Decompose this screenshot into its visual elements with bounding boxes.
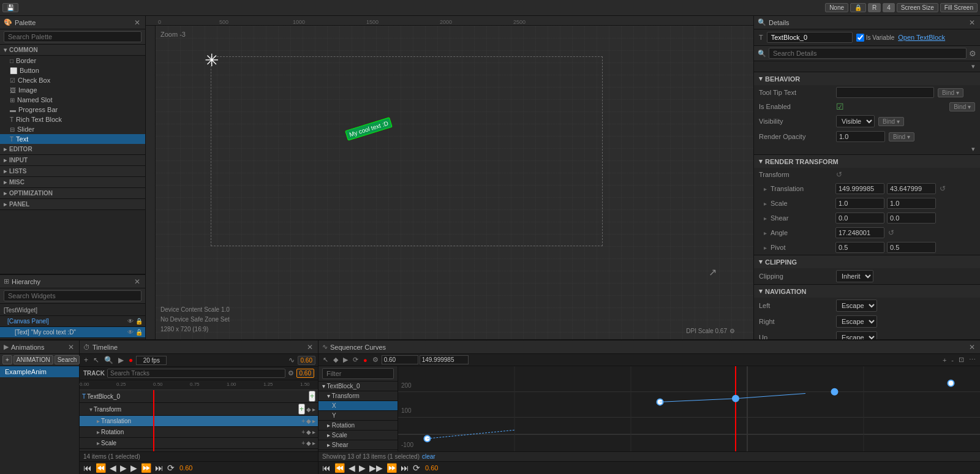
resize-handle[interactable]: ↗ [709,266,717,278]
scale-y-input[interactable] [887,198,936,209]
track-transform[interactable]: ▾ Transform + ◆ ▸ [80,403,318,416]
track-add-key-btn[interactable]: + [309,391,315,402]
anim-tab-btn[interactable]: ANIMATION [13,355,53,364]
open-textblock-link[interactable]: Open TextBlock [898,34,945,41]
seq-record-btn[interactable]: ● [361,356,369,364]
tracks-search-input[interactable] [107,369,285,378]
section-common[interactable]: ▾ COMMON [0,45,145,56]
section-input[interactable]: ▸ INPUT [0,155,145,166]
hierarchy-text-item[interactable]: [Text] "My cool text :D" 👁 🔒 [0,327,145,338]
track-scale-add-btn[interactable]: + [301,440,305,446]
animations-close-btn[interactable]: ✕ [67,343,75,352]
seq-track-x[interactable]: X [318,401,398,411]
seq-track-scale[interactable]: ▸ Scale [318,431,398,440]
track-shear[interactable]: ▸ Shear + ◆ ▸ [80,449,318,451]
seq-track-transform[interactable]: ▾ Transform [318,391,398,401]
tl-next-key-btn[interactable]: ⏩ [140,463,153,473]
track-transform-add-btn[interactable]: + [298,404,305,415]
seq-frame-all-btn[interactable]: ⊡ [957,355,966,364]
seq-zoom-out-btn[interactable]: - [949,356,956,364]
seq-track-rotation[interactable]: ▸ Rotation [318,421,398,431]
hierarchy-root[interactable]: [TestWidget] [0,305,145,316]
track-scale-nav-btn[interactable]: ▸ [312,440,315,446]
section-editor[interactable]: ▸ EDITOR [0,144,145,155]
track-translation[interactable]: ▸ Translation + ◆ ▸ [80,416,318,427]
palette-item-text[interactable]: T Text [0,134,145,144]
widget-name-input[interactable] [767,32,853,43]
tl-add-btn[interactable]: + [82,355,90,365]
seq-close-btn[interactable]: ✕ [968,343,976,352]
seq-track-textblock[interactable]: ▾ TextBlock_0 [318,382,398,391]
seq-value-input[interactable] [420,355,469,364]
seq-settings-btn[interactable]: ⚙ [371,355,380,364]
seq-time-input[interactable] [382,355,418,364]
section-misc[interactable]: ▸ MISC [0,177,145,188]
tl-end-btn[interactable]: ⏭ [154,463,165,473]
palette-item-rich-text-block[interactable]: T Rich Text Block [0,115,145,124]
seq-cursor-btn[interactable]: ↖ [321,355,330,364]
shear-y-input[interactable] [887,213,936,224]
track-transform-nav-btn[interactable]: ▸ [312,406,315,413]
scale-x-input[interactable] [835,198,884,209]
track-transform-key-btn[interactable]: ◆ [306,406,311,413]
seq-track-shear[interactable]: ▸ Shear [318,440,398,450]
navigation-section-header[interactable]: ▾ NAVIGATION [754,285,980,298]
clipping-select[interactable]: Inherit [836,270,873,282]
seq-play-btn[interactable]: ▶ [341,355,350,364]
seq-prev-frame-btn[interactable]: ◀ [347,463,356,473]
r-btn[interactable]: R [868,3,881,12]
track-shear-add-btn[interactable]: + [301,451,305,451]
tracks-filter-btn[interactable]: ⚙ [288,369,294,377]
track-textblock[interactable]: T TextBlock_0 + [80,390,318,403]
visibility-select[interactable]: Visible [836,115,875,127]
track-translation-key-btn[interactable]: ◆ [306,418,311,424]
nav-right-select[interactable]: Escape [836,315,877,328]
seq-loop-playback-btn[interactable]: ⟳ [412,463,421,473]
tl-prev-frame-btn[interactable]: ◀ [108,463,118,473]
seq-track-y[interactable]: Y [318,411,398,421]
shear-x-input[interactable] [835,213,884,224]
tooltip-bind-btn[interactable]: Bind ▾ [938,88,963,97]
details-close-btn[interactable]: ✕ [968,18,976,27]
track-rotation-key-btn[interactable]: ◆ [306,429,311,435]
palette-item-named-slot[interactable]: ⊞ Named Slot [0,95,145,105]
seq-filter-input[interactable] [322,368,394,379]
seq-play-pause-btn[interactable]: ▶ [358,463,367,473]
tl-curve-btn[interactable]: ∿ [287,355,296,365]
section-optimization[interactable]: ▸ OPTIMIZATION [0,188,145,199]
track-rotation-nav-btn[interactable]: ▸ [312,429,315,435]
palette-search-input[interactable] [4,31,141,42]
angle-reset-btn[interactable]: ↺ [888,228,894,237]
track-shear-nav-btn[interactable]: ▸ [312,451,315,451]
tl-next-frame-btn[interactable]: ▶ [129,463,138,473]
palette-item-checkbox[interactable]: ☑ Check Box [0,75,145,85]
seq-key-btn[interactable]: ◆ [331,355,340,364]
anim-add-btn[interactable]: + [2,355,12,364]
transform-reset-btn[interactable]: ↺ [836,170,842,179]
track-shear-key-btn[interactable]: ◆ [306,451,311,451]
behavior-section-header[interactable]: ▾ BEHAVIOR [754,72,980,85]
tl-loop-btn[interactable]: ⟳ [166,463,176,473]
tl-prev-key-btn[interactable]: ⏪ [94,463,107,473]
nav-up-select[interactable]: Escape [836,331,877,339]
render-transform-header[interactable]: ▾ RENDER TRANSFORM [754,155,980,168]
angle-input[interactable] [835,227,884,238]
tl-fps-input[interactable] [136,356,167,365]
hierarchy-canvas-panel[interactable]: [Canvas Panel] 👁 🔒 [0,316,145,327]
render-opacity-input[interactable] [836,131,885,142]
seq-start-btn[interactable]: ⏮ [321,463,332,473]
canvas-settings-icon[interactable]: ⚙ [729,328,735,334]
tl-zoom-btn[interactable]: 🔍 [102,355,115,365]
fill-screen-btn[interactable]: Fill Screen [940,3,978,12]
is-variable-checkbox[interactable] [856,34,864,42]
seq-next-key-btn[interactable]: ⏩ [385,463,398,473]
render-opacity-bind-btn[interactable]: Bind ▾ [889,132,914,141]
details-settings-btn[interactable]: ⚙ [969,49,976,58]
tl-cursor-btn[interactable]: ↖ [91,355,101,365]
none-btn[interactable]: None [825,3,848,12]
toolbar-save-btn[interactable]: 💾 [2,3,18,12]
tl-record-btn[interactable]: ● [127,355,135,365]
translation-x-input[interactable] [835,183,884,194]
screen-size-btn[interactable]: Screen Size [897,3,938,12]
palette-item-progress-bar[interactable]: ▬ Progress Bar [0,105,145,115]
